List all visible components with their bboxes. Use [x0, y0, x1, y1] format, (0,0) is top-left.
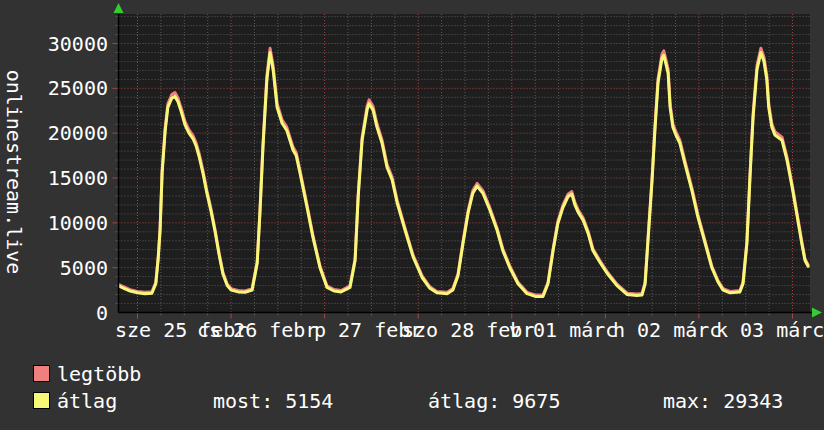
x-tick-label: cs 26 febr — [197, 319, 317, 341]
x-tick-label: k 03 márc — [716, 319, 824, 341]
y-tick-label: 15000 — [38, 168, 108, 188]
y-tick-label: 20000 — [38, 123, 108, 143]
y-tick-label: 0 — [38, 303, 108, 323]
y-tick-label: 30000 — [38, 34, 108, 54]
legtobb-label: legtöbb — [57, 363, 141, 385]
stat-max: max: 29343 — [663, 390, 783, 412]
y-tick-label: 25000 — [38, 78, 108, 98]
y-tick-label: 10000 — [38, 213, 108, 233]
y-tick-label: 5000 — [38, 258, 108, 278]
atlag-color-swatch — [33, 392, 50, 409]
legtobb-color-swatch — [33, 365, 50, 382]
vertical-axis-label: onlinestream.live — [2, 42, 26, 302]
stat-most: most: 5154 — [213, 390, 333, 412]
x-tick-label: v 01 márc — [509, 319, 617, 341]
atlag-label: átlag — [57, 390, 117, 412]
x-tick-label: h 02 márc — [613, 319, 721, 341]
line-chart — [0, 0, 824, 355]
rrd-graph-page: { "page": { "background": "#323232", "pl… — [0, 0, 824, 430]
stat-atlag: átlag: 9675 — [428, 390, 560, 412]
